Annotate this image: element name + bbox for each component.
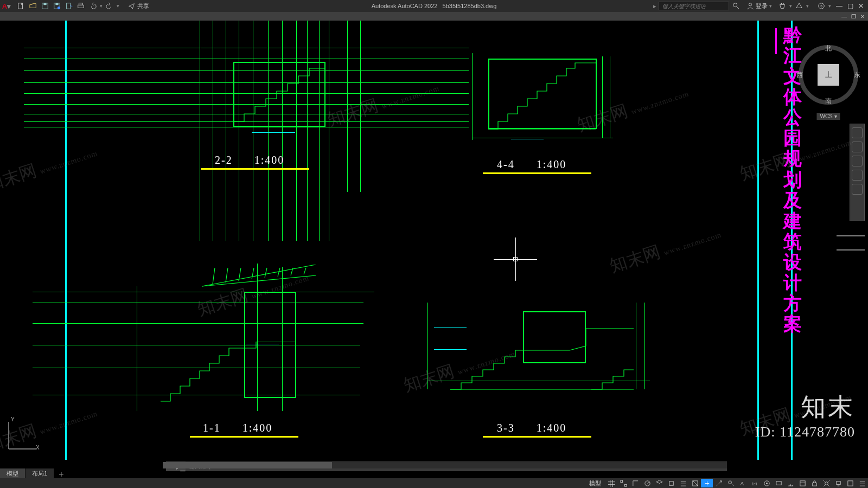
svg-line-16 — [213, 268, 215, 284]
section-underline — [483, 436, 591, 438]
svg-rect-31 — [669, 481, 673, 485]
doc-window-controls: — ❐ ✕ — [0, 12, 868, 21]
customize-statusbar-icon[interactable] — [856, 479, 868, 487]
share-button[interactable]: 共享 — [128, 2, 149, 10]
lineweight-toggle-icon[interactable] — [677, 479, 689, 487]
svg-rect-2 — [43, 3, 46, 5]
svg-point-12 — [783, 3, 784, 4]
viewcube-north-label[interactable]: 北 — [825, 44, 832, 53]
viewcube-east-label[interactable]: 东 — [854, 70, 860, 80]
help-dropdown-icon[interactable]: ▾ — [828, 3, 831, 9]
svg-line-19 — [252, 268, 254, 279]
document-window: — ❐ ✕ — [0, 12, 868, 478]
cleanscreen-icon[interactable] — [844, 479, 856, 487]
open-icon[interactable] — [28, 2, 38, 10]
viewcube-south-label[interactable]: 南 — [825, 97, 832, 106]
nav-showmotion-icon[interactable] — [852, 184, 863, 195]
section-underline — [190, 436, 298, 438]
doc-minimize-button[interactable]: — — [841, 14, 847, 20]
hwaccel-icon[interactable] — [832, 479, 844, 487]
nav-fullnav-icon[interactable] — [852, 127, 863, 138]
ortho-toggle-icon[interactable] — [629, 479, 641, 487]
svg-rect-38 — [776, 481, 781, 485]
nav-pan-icon[interactable] — [852, 142, 863, 152]
ucs-icon[interactable]: Y X — [3, 416, 41, 455]
signin-button[interactable]: 登录 ▾ — [746, 2, 772, 10]
redo-dropdown-icon[interactable]: ▾ — [117, 3, 119, 9]
undo-icon[interactable] — [88, 2, 98, 10]
layout-tabs: 模型 布局1 + — [0, 468, 68, 478]
a360-dropdown-icon[interactable]: ▾ — [806, 3, 809, 9]
navigation-bar[interactable] — [850, 124, 865, 221]
svg-line-23 — [304, 268, 306, 274]
maximize-button[interactable]: ▢ — [846, 2, 854, 10]
webmobile-icon[interactable] — [64, 2, 74, 10]
annotation-scale-icon[interactable] — [713, 479, 725, 487]
quick-access-toolbar: ▾ ▾ — [13, 2, 123, 10]
a360-icon[interactable] — [794, 2, 804, 10]
snap-toggle-icon[interactable] — [617, 479, 629, 487]
svg-rect-8 — [79, 3, 83, 5]
appstore-dropdown-icon[interactable]: ▾ — [789, 3, 792, 9]
qnew-icon[interactable] — [16, 2, 26, 10]
isolate-icon[interactable] — [820, 479, 832, 487]
annotation-visibility-icon[interactable] — [725, 479, 737, 487]
annotation-monitor-icon[interactable] — [773, 479, 784, 487]
viewport-control-minimize[interactable] — [837, 235, 865, 251]
viewcube-west-label[interactable]: 西 — [796, 70, 803, 80]
isodraft-toggle-icon[interactable] — [653, 479, 665, 487]
annotation-autoscale-icon[interactable]: A — [737, 479, 749, 487]
svg-point-37 — [766, 483, 768, 484]
transparency-toggle-icon[interactable] — [689, 479, 701, 487]
workspace-switch-icon[interactable] — [761, 479, 773, 487]
viewcube-top-face[interactable]: 上 — [818, 64, 839, 86]
help-search-input[interactable] — [659, 2, 729, 10]
source-brand: 知末 ID: 1124787780 — [755, 390, 855, 440]
annoscale-label-icon[interactable]: 1:1 — [749, 479, 761, 487]
svg-point-11 — [781, 3, 782, 4]
watermark: 知末网www.znzmo.com — [0, 139, 100, 197]
redo-icon[interactable] — [105, 2, 114, 10]
grid-toggle-icon[interactable] — [605, 479, 617, 487]
close-button[interactable]: ✕ — [857, 2, 865, 10]
tab-layout1[interactable]: 布局1 — [25, 468, 54, 478]
app-logo[interactable]: A▾ — [0, 2, 13, 10]
tab-add-button[interactable]: + — [54, 468, 68, 478]
viewcube[interactable]: 上 北 南 东 西 WCS ▾ — [799, 45, 858, 105]
section-underline — [483, 172, 591, 174]
selection-cycling-icon[interactable] — [701, 479, 713, 487]
saveas-icon[interactable] — [52, 2, 62, 10]
section-label-1-1: 1-11:400 — [203, 422, 272, 434]
svg-point-33 — [728, 480, 731, 484]
tab-model[interactable]: 模型 — [0, 468, 25, 478]
doc-restore-button[interactable]: ❐ — [851, 14, 856, 20]
viewcube-wcs-menu[interactable]: WCS ▾ — [816, 113, 840, 120]
modelspace-button[interactable]: 模型 — [585, 479, 605, 487]
quickproperties-icon[interactable] — [796, 479, 808, 487]
units-icon[interactable] — [784, 479, 796, 487]
signin-dropdown-icon[interactable]: ▾ — [769, 3, 772, 9]
svg-rect-7 — [78, 5, 84, 8]
frame-line — [65, 21, 67, 460]
layout-scrollbar[interactable] — [163, 462, 727, 468]
svg-point-9 — [733, 3, 737, 7]
doc-close-button[interactable]: ✕ — [860, 14, 865, 20]
nav-zoom-extents-icon[interactable] — [852, 156, 863, 166]
nav-orbit-icon[interactable] — [852, 170, 863, 181]
undo-dropdown-icon[interactable]: ▾ — [100, 3, 103, 9]
drawing-canvas[interactable]: 2-21:400 4-41:400 — [0, 21, 868, 460]
osnap-toggle-icon[interactable] — [665, 479, 677, 487]
titleblock-accent — [775, 28, 777, 54]
svg-rect-29 — [624, 484, 627, 486]
lockui-icon[interactable] — [808, 479, 820, 487]
appstore-icon[interactable] — [777, 2, 787, 10]
section-underline — [201, 168, 309, 170]
minimize-button[interactable]: — — [835, 2, 843, 10]
save-icon[interactable] — [40, 2, 50, 10]
search-icon[interactable] — [731, 2, 741, 10]
plot-icon[interactable] — [76, 2, 86, 10]
polar-toggle-icon[interactable] — [641, 479, 653, 487]
svg-line-21 — [278, 268, 280, 277]
svg-point-41 — [825, 481, 828, 485]
help-icon[interactable]: ? — [816, 2, 826, 10]
